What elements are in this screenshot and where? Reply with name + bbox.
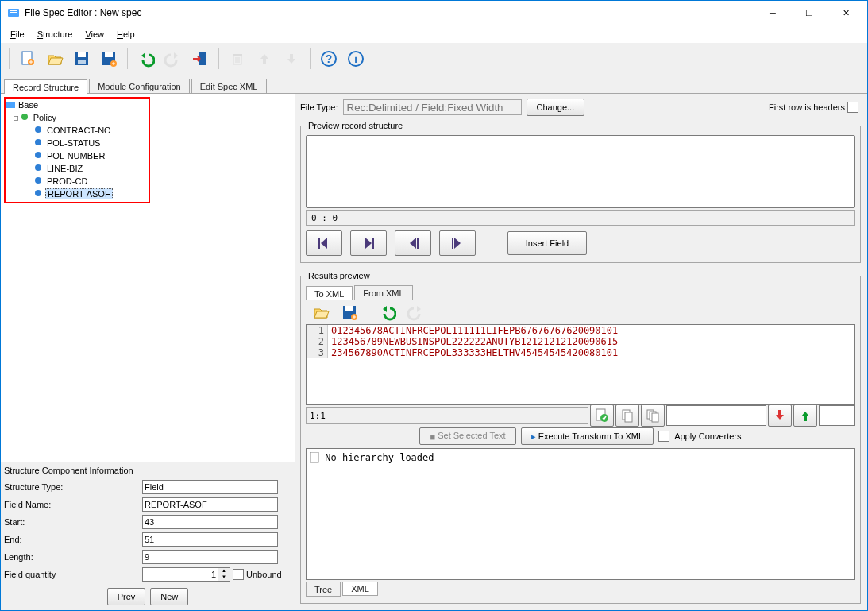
search-input[interactable] — [666, 405, 766, 426]
multi-doc-button[interactable] — [641, 404, 665, 427]
structure-tree[interactable]: Base ⊟ Policy CONTRACT-NO POL-STATUS POL… — [4, 97, 150, 203]
svg-rect-43 — [778, 410, 781, 415]
redo-results-button[interactable] — [403, 300, 429, 325]
label-start: Start: — [2, 513, 141, 531]
tree-node-policy[interactable]: ⊟ Policy — [6, 111, 150, 124]
menu-view[interactable]: View — [80, 28, 109, 41]
open-file-button[interactable] — [308, 300, 334, 325]
tab-xml[interactable]: XML — [342, 582, 378, 596]
svg-rect-12 — [199, 52, 206, 65]
quantity-stepper[interactable]: ▲▼ — [218, 567, 230, 582]
tree-node[interactable]: PROD-CD — [6, 175, 150, 188]
first-row-headers[interactable]: First row is headers — [769, 102, 861, 113]
nav-first-button[interactable] — [306, 230, 342, 256]
menu-file[interactable]: File — [6, 28, 29, 41]
tree-node[interactable]: POL-NUMBER — [6, 149, 150, 162]
preview-record-structure-group: Preview record structure 0 : 0 Insert Fi… — [300, 121, 861, 263]
filetype-field — [343, 99, 522, 115]
tree-toggle-icon[interactable]: ⊟ — [14, 113, 19, 123]
trash-button[interactable] — [225, 46, 250, 72]
info-button[interactable]: i — [343, 46, 368, 72]
svg-rect-10 — [105, 52, 113, 57]
tab-tree[interactable]: Tree — [306, 582, 341, 597]
insert-field-button[interactable]: Insert Field — [507, 231, 587, 255]
tree-node[interactable]: POL-STATUS — [6, 137, 150, 149]
toolbar-separator — [310, 48, 311, 69]
end-field[interactable] — [142, 532, 278, 547]
svg-rect-44 — [804, 416, 807, 421]
left-pane: Base ⊟ Policy CONTRACT-NO POL-STATUS POL… — [1, 94, 295, 610]
validate-button[interactable] — [590, 404, 614, 427]
svg-point-23 — [35, 126, 41, 133]
preview-counter: 0 : 0 — [306, 210, 855, 226]
code-line[interactable]: 234567890ACTINFRCEPOL333333HELTHV4545454… — [328, 347, 622, 358]
toolbar-separator — [127, 48, 128, 69]
code-line[interactable]: 123456789NEWBUSINSPOL222222ANUTYB1212121… — [328, 336, 622, 347]
unbound-checkbox[interactable] — [233, 569, 244, 580]
structure-type-field[interactable] — [142, 480, 278, 494]
tree-root[interactable]: Base — [6, 99, 150, 111]
minimize-button[interactable]: ─ — [754, 1, 791, 25]
label-unbound: Unbound — [246, 570, 282, 579]
label-end: End: — [2, 531, 141, 548]
app-window: File Spec Editor : New spec ─ ☐ ✕ File S… — [0, 0, 868, 611]
menu-help[interactable]: Help — [112, 28, 140, 41]
exit-door-button[interactable] — [187, 46, 213, 72]
move-down-button[interactable] — [279, 46, 304, 72]
save-button[interactable] — [69, 46, 95, 72]
start-field[interactable] — [142, 515, 278, 529]
nav-last-button[interactable] — [439, 230, 476, 256]
gutter: 3 — [307, 347, 328, 358]
code-line[interactable]: 012345678ACTINFRCEPOL111111LIFEPB6767676… — [328, 325, 622, 336]
dot-blue-icon — [34, 126, 44, 135]
tree-label: POL-NUMBER — [45, 151, 106, 160]
length-field[interactable] — [142, 550, 278, 564]
results-tabstrip: To XML From XML — [306, 285, 855, 300]
save-plus-button[interactable] — [337, 300, 362, 325]
apply-converters[interactable]: Apply Converters — [658, 431, 741, 442]
tab-edit-spec-xml[interactable]: Edit Spec XML — [191, 79, 267, 93]
nav-prev-button[interactable] — [395, 230, 431, 256]
tree-node[interactable]: CONTRACT-NO — [6, 124, 150, 137]
move-up-button[interactable] — [252, 46, 277, 72]
code-table: 1012345678ACTINFRCEPOL111111LIFEPB676767… — [307, 325, 621, 358]
tree-label: Policy — [32, 113, 58, 122]
code-area[interactable]: 1012345678ACTINFRCEPOL111111LIFEPB676767… — [306, 324, 855, 405]
maximize-button[interactable]: ☐ — [791, 1, 827, 25]
preview-box[interactable] — [306, 135, 855, 208]
open-button[interactable] — [42, 46, 68, 72]
new-button[interactable]: New — [150, 588, 188, 605]
apply-converters-checkbox[interactable] — [658, 431, 669, 442]
menu-structure[interactable]: Structure — [33, 28, 78, 41]
svg-rect-32 — [452, 238, 453, 249]
redo-button[interactable] — [160, 46, 186, 72]
first-row-checkbox[interactable] — [847, 102, 858, 113]
copy-button[interactable] — [615, 404, 639, 427]
svg-point-24 — [35, 139, 41, 145]
tree-node[interactable]: LINE-BIZ — [6, 162, 150, 175]
dot-blue-icon — [34, 176, 44, 186]
save-as-button[interactable] — [96, 46, 122, 72]
undo-results-button[interactable] — [375, 300, 400, 325]
goto-input[interactable] — [819, 405, 855, 426]
field-name-field[interactable] — [142, 497, 278, 512]
hierarchy-box[interactable]: No hierarchy loaded — [306, 448, 855, 580]
tab-to-xml[interactable]: To XML — [306, 286, 353, 300]
close-button[interactable]: ✕ — [827, 1, 864, 25]
structure-info-panel: Structure Component Information Structur… — [1, 462, 295, 610]
tab-from-xml[interactable]: From XML — [354, 285, 412, 300]
tab-record-structure[interactable]: Record Structure — [4, 79, 87, 94]
nav-next-button[interactable] — [350, 230, 387, 256]
field-quantity-field[interactable] — [142, 567, 218, 582]
svg-point-27 — [35, 177, 41, 184]
arrow-up-button[interactable] — [793, 404, 817, 427]
execute-transform-button[interactable]: ▸ Execute Transform To XML — [521, 427, 654, 445]
arrow-down-button[interactable] — [768, 404, 792, 427]
help-button[interactable]: ? — [316, 46, 341, 72]
undo-button[interactable] — [133, 46, 159, 72]
prev-button[interactable]: Prev — [107, 588, 146, 605]
tab-module-configuration[interactable]: Module Configuration — [89, 79, 190, 93]
new-page-button[interactable] — [15, 46, 41, 72]
change-button[interactable]: Change... — [527, 99, 585, 116]
tree-node-selected[interactable]: REPORT-ASOF — [6, 188, 150, 200]
